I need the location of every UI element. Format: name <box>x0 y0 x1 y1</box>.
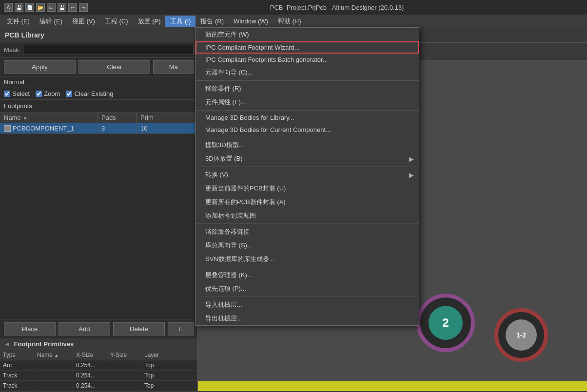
dropdown-svn-gen[interactable]: SVN数据库的库生成器... <box>196 252 419 266</box>
panel-title: PCB Library <box>0 28 197 42</box>
menu-report[interactable]: 报告 (R) <box>196 16 229 27</box>
redo-icon[interactable]: ↪ <box>79 3 88 12</box>
select-checkbox[interactable] <box>4 91 10 97</box>
th-pads: Pads <box>98 112 137 123</box>
dropdown-export-mech[interactable]: 导出机械层... <box>196 312 419 325</box>
prim-name-1 <box>34 360 73 370</box>
table-row[interactable]: PCBCOMPONENT_1 3 10 <box>0 123 197 134</box>
normal-label: Normal <box>4 78 24 86</box>
name-sort-icon: ▲ <box>23 115 28 120</box>
dropdown-update-current[interactable]: 更新当前器件的PCB封装 (U) <box>196 182 419 195</box>
dropdown-manage-3d[interactable]: Manage 3D Bodies for Library... <box>196 112 419 124</box>
mask-input[interactable] <box>23 45 194 55</box>
edit-button[interactable]: E <box>168 322 194 336</box>
prim-type-2: Track <box>0 371 34 380</box>
dropdown-ipc-batch[interactable]: IPC Compliant Footprints Batch generator… <box>196 54 419 66</box>
prim-table-header: Type Name ▲ X-Size Y-Size Layer <box>0 350 197 360</box>
td-prim: 10 <box>137 123 176 133</box>
mask-row: Mask <box>0 42 197 58</box>
submenu-arrow-3d: ▶ <box>409 155 414 163</box>
title-bar-icons: A 💾 📄 📂 🗂 💾 ↩ ↪ <box>4 3 88 12</box>
dropdown-add-marker[interactable]: 添加标号到装配图 <box>196 209 419 223</box>
undo-icon[interactable]: ↩ <box>68 3 77 12</box>
zoom-checkbox-item[interactable]: Zoom <box>36 90 60 97</box>
pcb-component-2: 1-2 <box>494 308 548 362</box>
prim-name-3 <box>34 381 73 391</box>
menu-edit[interactable]: 编辑 (E) <box>35 16 67 27</box>
save2-icon[interactable]: 💾 <box>58 3 66 12</box>
pth-xsize: X-Size <box>73 350 107 360</box>
component-icon <box>4 125 11 132</box>
place-button[interactable]: Place <box>4 322 56 336</box>
td-pads: 3 <box>98 123 137 133</box>
new-icon[interactable]: 📄 <box>25 3 34 12</box>
ma-button[interactable]: Ma <box>153 60 194 74</box>
prim-row-3: Track 0.254... Top <box>0 381 197 391</box>
dropdown-convert[interactable]: 转换 (V) ▶ <box>196 168 419 182</box>
dropdown-clear-server[interactable]: 清除服务器链接 <box>196 225 419 239</box>
dropdown-stack-manager[interactable]: 层叠管理器 (K)... <box>196 268 419 282</box>
zoom-label: Zoom <box>44 90 60 97</box>
menu-window[interactable]: Window (W) <box>229 16 273 26</box>
pcb-component-2-inner: 1-2 <box>506 319 537 351</box>
action-buttons: Place Add Delete E <box>0 319 197 338</box>
select-checkbox-item[interactable]: Select <box>4 90 30 97</box>
checkboxes-row: Select Zoom Clear Existing <box>0 88 197 100</box>
prim-ysize-1 <box>107 360 141 370</box>
pth-name: Name ▲ <box>34 350 73 360</box>
add-button[interactable]: Add <box>59 322 110 336</box>
prim-name-sort-icon: ▲ <box>53 353 59 358</box>
zoom-checkbox[interactable] <box>36 91 42 97</box>
menu-file[interactable]: 文件 (E) <box>2 16 35 27</box>
dropdown-extract-3d[interactable]: 提取3D模型... <box>196 138 419 152</box>
menu-view[interactable]: 视图 (V) <box>67 16 100 27</box>
prim-xsize-2: 0.254... <box>73 371 107 380</box>
dropdown-new-component[interactable]: 新的空元件 (W) <box>196 28 419 41</box>
apply-button[interactable]: Apply <box>4 60 76 74</box>
pth-ysize: Y-Size <box>107 350 141 360</box>
delete-button[interactable]: Delete <box>113 322 165 336</box>
mask-label: Mask <box>4 46 19 54</box>
th-name: Name ▲ <box>0 112 98 123</box>
dropdown-component-props[interactable]: 元件属性 (E)... <box>196 95 419 109</box>
dropdown-component-wizard[interactable]: 元器件向导 (C)... <box>196 66 419 79</box>
menu-help[interactable]: 帮助 (H) <box>273 16 306 27</box>
buttons-row: Apply Clear Ma <box>0 58 197 76</box>
dropdown-3d-place[interactable]: 3D体放置 (B) ▶ <box>196 152 419 166</box>
pth-layer: Layer <box>141 350 197 360</box>
table-header: Name ▲ Pads Prim <box>0 112 197 123</box>
prim-ysize-2 <box>107 371 141 380</box>
yellow-bar <box>198 381 587 391</box>
dropdown-ipc-wizard[interactable]: IPC Compliant Footprint Wizard... <box>196 41 419 54</box>
menu-bar: 文件 (E) 编辑 (E) 视图 (V) 工程 (C) 放置 (P) 工具 (I… <box>0 15 587 28</box>
pth-type: Type <box>0 350 34 360</box>
prim-layer-3: Top <box>141 381 197 391</box>
save-icon[interactable]: 💾 <box>15 3 23 12</box>
prim-layer-1: Top <box>141 360 197 370</box>
dropdown-import-mech[interactable]: 导入机械层... <box>196 298 419 312</box>
app-icon: A <box>4 3 13 12</box>
open-icon[interactable]: 📂 <box>36 3 45 12</box>
dropdown-update-all[interactable]: 更新所有的PCB器件封装 (A) <box>196 195 419 209</box>
menu-project[interactable]: 工程 (C) <box>100 16 133 27</box>
folder-icon[interactable]: 🗂 <box>47 3 56 12</box>
prim-row-1: Arc 0.254... Top <box>0 360 197 371</box>
prim-layer-2: Top <box>141 371 197 380</box>
dropdown-separator-2 <box>196 110 419 111</box>
dropdown-remove-component[interactable]: 移除器件 (R) <box>196 82 419 95</box>
menu-place[interactable]: 放置 (P) <box>133 16 166 27</box>
window-title: PCB_Project.PrjPcb - Altium Designer (20… <box>270 4 404 11</box>
dropdown-preferences[interactable]: 优先选项 (P)... <box>196 282 419 296</box>
dropdown-manage-3d-current[interactable]: Manage 3D Bodies for Current Component..… <box>196 124 419 136</box>
dropdown-separator-6 <box>196 267 419 267</box>
clear-existing-checkbox-item[interactable]: Clear Existing <box>66 90 113 97</box>
dropdown-separator-5 <box>196 224 419 224</box>
prim-xsize-3: 0.254... <box>73 381 107 391</box>
clear-existing-label: Clear Existing <box>74 90 113 97</box>
clear-existing-checkbox[interactable] <box>66 91 72 97</box>
menu-tools[interactable]: 工具 (I) <box>165 16 196 27</box>
pcb-circle-1-label: 2 <box>442 316 449 330</box>
dropdown-lib-split[interactable]: 库分离向导 (S)... <box>196 239 419 252</box>
dropdown-separator-7 <box>196 297 419 297</box>
clear-button[interactable]: Clear <box>78 60 150 74</box>
